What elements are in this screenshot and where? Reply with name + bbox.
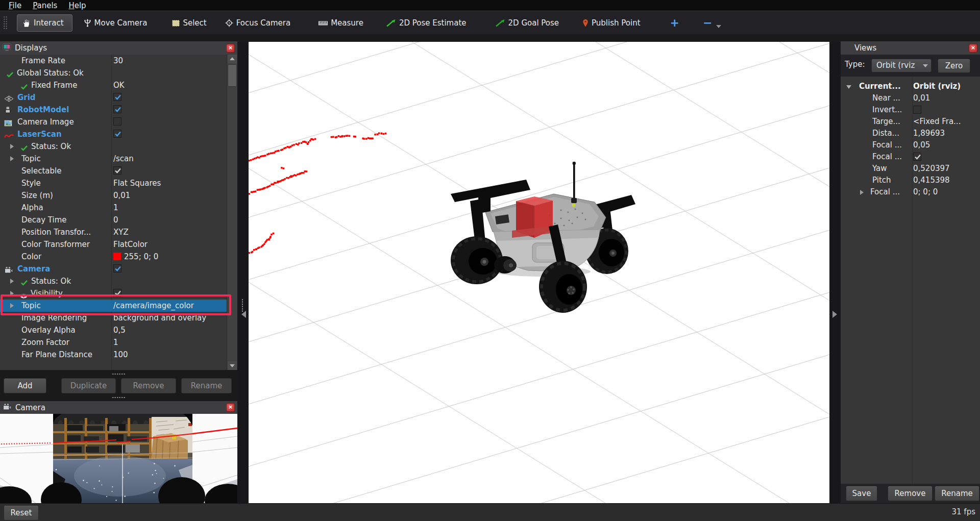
expander-icon[interactable] [846, 85, 851, 89]
displays-row-camera-image[interactable]: Camera Image [0, 116, 227, 128]
row-value[interactable]: 30 [113, 55, 123, 67]
row-value[interactable]: 0,5 [113, 324, 126, 336]
displays-row-status-ok[interactable]: Status: Ok [0, 275, 227, 287]
views-remove-button[interactable]: Remove [888, 486, 933, 501]
left-panel-splitter[interactable] [237, 42, 249, 503]
scroll-up-icon[interactable] [228, 55, 237, 63]
displays-row-decay-time[interactable]: Decay Time0 [0, 214, 227, 226]
splitter-handle[interactable] [241, 299, 243, 312]
expander-icon[interactable] [10, 303, 14, 308]
scroll-down-icon[interactable] [228, 361, 237, 370]
row-value[interactable]: 0,415398 [913, 175, 950, 186]
tool-remove-tool[interactable]: − [703, 18, 721, 28]
expander-icon[interactable] [10, 291, 14, 296]
views-row-pitch-8[interactable]: Pitch0,415398 [841, 175, 980, 186]
displays-row-color-transformer[interactable]: Color TransformerFlatColor [0, 238, 227, 251]
tool-interact[interactable]: Interact [17, 14, 72, 32]
views-row-yaw-7[interactable]: Yaw0,520397 [841, 163, 980, 175]
color-swatch[interactable] [113, 253, 121, 260]
3d-viewport[interactable] [249, 42, 829, 503]
panel-splitter[interactable] [0, 370, 237, 378]
views-row-focal-5[interactable]: Focal ...0,05 [841, 139, 980, 151]
displays-row-size-m[interactable]: Size (m)0,01 [0, 189, 227, 202]
row-value[interactable]: 0; 0; 0 [913, 186, 938, 198]
displays-row-status-ok[interactable]: Status: Ok [0, 140, 227, 153]
view-type-dropdown[interactable]: Orbit (rviz [871, 59, 932, 72]
checkbox[interactable] [113, 264, 121, 272]
scrollbar-thumb[interactable] [228, 64, 237, 87]
tool-2d-goal-pose[interactable]: 2D Goal Pose [495, 18, 559, 28]
checkbox[interactable] [113, 93, 121, 101]
expander-icon[interactable] [10, 279, 14, 284]
row-value[interactable]: 0,05 [913, 139, 930, 151]
displays-row-topic[interactable]: Topic/camera/image_color [0, 300, 227, 312]
row-value[interactable]: /scan [113, 153, 134, 165]
collapse-right-icon[interactable] [832, 311, 837, 318]
displays-row-far-plane-distance[interactable]: Far Plane Distance100 [0, 349, 227, 361]
collapse-left-icon[interactable] [241, 311, 246, 318]
row-value[interactable]: 0,01 [113, 189, 130, 202]
checkbox[interactable] [913, 153, 921, 161]
tool-2d-pose-estimate[interactable]: 2D Pose Estimate [386, 18, 467, 28]
tool-select[interactable]: Select [172, 18, 206, 28]
displays-scrollbar[interactable] [227, 55, 237, 370]
displays-row-overlay-alpha[interactable]: Overlay Alpha0,5 [0, 324, 227, 336]
row-value[interactable]: OK [113, 79, 125, 91]
zero-button[interactable]: Zero [938, 59, 970, 73]
row-value[interactable]: 100 [113, 349, 128, 361]
row-value[interactable]: FlatColor [113, 238, 148, 251]
displays-row-global-status-ok[interactable]: Global Status: Ok [0, 67, 227, 79]
row-value[interactable]: XYZ [113, 226, 129, 238]
displays-row-style[interactable]: StyleFlat Squares [0, 177, 227, 189]
close-icon[interactable]: × [226, 44, 235, 53]
displays-row-visibility[interactable]: Visibility [0, 287, 227, 300]
row-value[interactable]: 1 [113, 202, 118, 214]
displays-row-frame-rate[interactable]: Frame Rate30 [0, 55, 227, 67]
checkbox[interactable] [913, 106, 921, 114]
displays-row-selectable[interactable]: Selectable [0, 165, 227, 177]
displays-row-laserscan[interactable]: LaserScan [0, 128, 227, 140]
checkbox[interactable] [113, 166, 121, 175]
tool-focus-camera[interactable]: Focus Camera [225, 18, 290, 28]
row-value[interactable]: 1,89693 [913, 128, 945, 139]
views-row-focal-6[interactable]: Focal ... [841, 151, 980, 163]
row-value[interactable]: 1 [113, 336, 118, 349]
checkbox[interactable] [113, 117, 121, 126]
expander-icon[interactable] [10, 156, 14, 161]
add-button[interactable]: Add [4, 378, 46, 393]
expander-icon[interactable] [10, 144, 14, 149]
displays-row-fixed-frame[interactable]: Fixed FrameOK [0, 79, 227, 91]
views-row-invert-2[interactable]: Invert... [841, 104, 980, 116]
checkbox[interactable] [113, 289, 121, 297]
displays-row-camera[interactable]: Camera [0, 263, 227, 275]
panel-splitter[interactable] [0, 394, 237, 401]
displays-row-grid[interactable]: Grid [0, 91, 227, 104]
row-value[interactable]: 255; 0; 0 [124, 251, 158, 263]
displays-row-position-transfor[interactable]: Position Transfor...XYZ [0, 226, 227, 238]
menu-item-help[interactable]: Help [63, 0, 91, 11]
row-value[interactable]: 0,520397 [913, 163, 950, 175]
displays-row-alpha[interactable]: Alpha1 [0, 202, 227, 214]
views-save-button[interactable]: Save [846, 486, 877, 501]
close-icon[interactable]: × [226, 403, 235, 412]
row-value[interactable]: Flat Squares [113, 177, 161, 189]
close-icon[interactable]: × [969, 44, 977, 53]
displays-row-image-rendering[interactable]: Image Renderingbackground and overlay [0, 312, 227, 324]
views-row-focal-9[interactable]: Focal ...0; 0; 0 [841, 186, 980, 198]
expander-icon[interactable] [860, 190, 864, 195]
right-panel-splitter[interactable] [829, 42, 841, 503]
toolbar-drag-handle[interactable] [3, 16, 8, 30]
views-row-near-1[interactable]: Near ...0,01 [841, 92, 980, 104]
row-value[interactable]: /camera/image_color [113, 300, 194, 312]
tool-measure[interactable]: Measure [318, 18, 363, 28]
checkbox[interactable] [113, 105, 121, 113]
displays-row-color[interactable]: Color255; 0; 0 [0, 251, 227, 263]
menu-item-file[interactable]: File [3, 0, 27, 11]
views-row-dista-4[interactable]: Dista...1,89693 [841, 128, 980, 139]
checkbox[interactable] [113, 130, 121, 138]
tool-add-tool[interactable]: + [670, 19, 679, 27]
row-value[interactable]: 0,01 [913, 92, 930, 104]
row-value[interactable]: <Fixed Fra... [913, 116, 961, 128]
row-value[interactable]: 0 [113, 214, 118, 226]
displays-row-topic[interactable]: Topic/scan [0, 153, 227, 165]
